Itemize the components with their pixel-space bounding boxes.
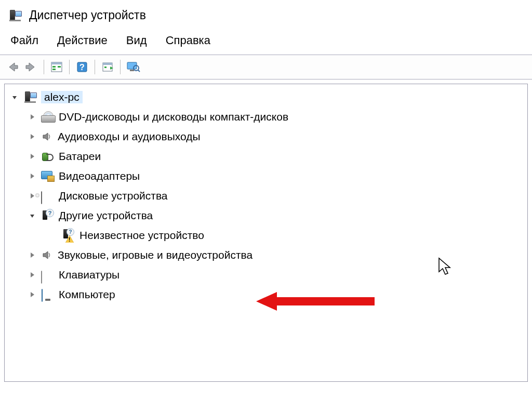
scan-hardware-button[interactable] [98,58,117,76]
tree-item-other-devices[interactable]: ? Другие устройства [7,206,525,225]
remote-computer-button[interactable] [124,58,142,76]
toolbar: ? [0,55,532,79]
tree-item-label: Клавиатуры [59,269,119,281]
monitor-icon [41,288,55,301]
expander-closed-icon[interactable] [28,171,37,181]
speaker-icon [41,249,54,261]
disk-drive-icon [41,189,55,203]
svg-line-14 [138,70,140,72]
svg-rect-9 [104,66,107,68]
tree-item-sound-game-video[interactable]: Звуковые, игровые и видеоустройства [7,245,525,265]
back-button[interactable] [3,58,22,76]
expander-closed-icon[interactable] [28,290,37,299]
expander-open-icon[interactable] [28,211,37,220]
tree-item-keyboards[interactable]: Клавиатуры [7,265,525,285]
panel-icon [50,60,63,74]
svg-rect-12 [130,70,134,71]
tree-root[interactable]: alex-pc [7,87,525,107]
other-device-icon: ? [41,209,55,222]
window-title: Диспетчер устройств [29,8,146,22]
help-button[interactable]: ? [73,58,91,76]
tree-item-disk-drives[interactable]: Дисковые устройства [7,186,525,206]
tree-item-label: Видеоадаптеры [59,170,140,182]
svg-rect-4 [52,69,56,70]
battery-icon [41,150,55,163]
menu-file[interactable]: Файл [10,34,38,47]
expander-closed-icon[interactable] [28,270,37,280]
expander-open-icon[interactable] [10,92,19,102]
app-icon [8,9,22,22]
svg-text:?: ? [79,63,85,72]
expander-closed-icon[interactable] [28,112,37,122]
tree-item-label: Аудиовходы и аудиовыходы [58,130,201,143]
tree-item-label: Звуковые, игровые и видеоустройства [58,249,252,261]
tree-item-label: DVD-дисководы и дисководы компакт-дисков [59,111,288,123]
svg-rect-1 [51,62,62,64]
toolbar-separator [44,60,44,74]
tree-item-unknown-device[interactable]: ?! Неизвестное устройство [7,225,525,245]
expander-closed-icon[interactable] [28,132,37,141]
expander-closed-icon[interactable] [28,152,37,161]
scan-icon [101,60,114,74]
keyboard-icon [41,268,55,282]
tree-item-batteries[interactable]: Батареи [7,147,525,166]
forward-button[interactable] [22,58,41,76]
unknown-device-warning-icon: ?! [62,229,75,242]
menu-help[interactable]: Справка [166,34,210,47]
menu-action[interactable]: Действие [57,34,108,47]
tree-item-dvd[interactable]: DVD-дисководы и дисководы компакт-дисков [7,107,525,127]
toolbar-separator [69,60,70,74]
svg-rect-8 [103,63,112,65]
svg-rect-3 [58,66,61,68]
tree-item-label: Батареи [59,150,101,163]
device-tree[interactable]: alex-pc DVD-дисководы и дисководы компак… [4,84,528,382]
video-adapter-icon [41,169,55,183]
title-bar: Диспетчер устройств [0,0,532,25]
arrow-left-icon [5,60,20,74]
tree-item-label: Другие устройства [59,209,153,222]
arrow-right-icon [24,60,38,74]
show-hide-tree-button[interactable] [47,58,66,76]
monitor-search-icon [126,60,140,74]
tree-item-label: Неизвестное устройство [79,229,204,242]
toolbar-separator [95,60,95,74]
menu-bar: Файл Действие Вид Справка [0,25,532,55]
tree-root-label: alex-pc [41,91,83,103]
tree-item-label: Дисковые устройства [59,190,168,202]
computer-icon [23,90,37,104]
tree-item-audio-io[interactable]: Аудиовходы и аудиовыходы [7,127,525,147]
toolbar-separator [120,60,121,74]
speaker-icon [41,130,54,143]
tree-item-computer[interactable]: Компьютер [7,285,525,304]
tree-item-label: Компьютер [59,288,115,301]
help-icon: ? [75,60,89,74]
tree-item-video-adapters[interactable]: Видеоадаптеры [7,166,525,186]
dvd-drive-icon [41,110,55,124]
menu-view[interactable]: Вид [126,34,147,47]
svg-rect-2 [52,66,56,68]
expander-closed-icon[interactable] [28,250,37,260]
